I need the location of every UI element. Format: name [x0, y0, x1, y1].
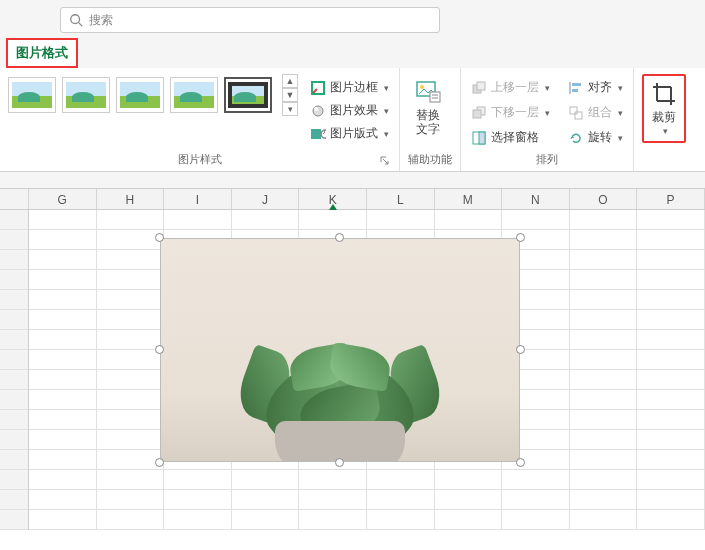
cell[interactable] [367, 490, 435, 510]
column-header[interactable]: I [164, 189, 232, 209]
cell[interactable] [299, 470, 367, 490]
cell[interactable] [29, 390, 97, 410]
gallery-down[interactable]: ▼ [282, 88, 298, 102]
cell[interactable] [97, 370, 165, 390]
style-thumb-selected[interactable] [224, 77, 272, 113]
cell[interactable] [367, 510, 435, 530]
cell[interactable] [97, 210, 165, 230]
cell[interactable] [637, 510, 705, 530]
cell[interactable] [29, 210, 97, 230]
resize-handle[interactable] [335, 233, 344, 242]
cell[interactable] [29, 510, 97, 530]
resize-handle[interactable] [516, 458, 525, 467]
cell[interactable] [637, 410, 705, 430]
cell[interactable] [637, 310, 705, 330]
cell[interactable] [232, 210, 300, 230]
cell[interactable] [570, 470, 638, 490]
cell[interactable] [29, 230, 97, 250]
resize-handle[interactable] [516, 233, 525, 242]
column-header[interactable]: M [435, 189, 503, 209]
cell[interactable] [299, 490, 367, 510]
cell[interactable] [502, 490, 570, 510]
cell[interactable] [570, 310, 638, 330]
cell[interactable] [367, 470, 435, 490]
cell[interactable] [29, 470, 97, 490]
resize-handle[interactable] [335, 458, 344, 467]
cell[interactable] [29, 330, 97, 350]
cell[interactable] [570, 270, 638, 290]
cell[interactable] [164, 510, 232, 530]
cell[interactable] [97, 470, 165, 490]
cell[interactable] [367, 210, 435, 230]
cell[interactable] [29, 490, 97, 510]
cell[interactable] [570, 510, 638, 530]
cell[interactable] [570, 330, 638, 350]
search-input[interactable]: 搜索 [60, 7, 440, 33]
cell[interactable] [29, 370, 97, 390]
cell[interactable] [29, 430, 97, 450]
selection-pane-button[interactable]: 选择窗格 [469, 128, 552, 147]
cell[interactable] [97, 270, 165, 290]
cell[interactable] [637, 250, 705, 270]
column-header[interactable]: K [299, 189, 367, 209]
style-thumb[interactable] [170, 77, 218, 113]
cell[interactable] [637, 450, 705, 470]
cell[interactable] [97, 450, 165, 470]
cell[interactable] [637, 210, 705, 230]
cell[interactable] [570, 390, 638, 410]
cell[interactable] [570, 230, 638, 250]
spreadsheet-grid[interactable]: GHIJKLMNOP [0, 188, 705, 550]
cell[interactable] [637, 490, 705, 510]
cell[interactable] [435, 490, 503, 510]
picture-border-button[interactable]: 图片边框▾ [308, 78, 391, 97]
cell[interactable] [232, 510, 300, 530]
style-thumb[interactable] [8, 77, 56, 113]
cell[interactable] [637, 430, 705, 450]
cell[interactable] [637, 390, 705, 410]
cell[interactable] [97, 430, 165, 450]
cell[interactable] [570, 250, 638, 270]
cell[interactable] [502, 510, 570, 530]
cell[interactable] [637, 230, 705, 250]
picture-layout-button[interactable]: 图片版式▾ [308, 124, 391, 143]
cell[interactable] [97, 250, 165, 270]
cell[interactable] [502, 210, 570, 230]
cell[interactable] [97, 390, 165, 410]
cell[interactable] [97, 230, 165, 250]
cell[interactable] [29, 250, 97, 270]
cell[interactable] [97, 310, 165, 330]
cell[interactable] [29, 310, 97, 330]
cell[interactable] [570, 430, 638, 450]
cell[interactable] [232, 470, 300, 490]
resize-handle[interactable] [155, 233, 164, 242]
cell[interactable] [97, 510, 165, 530]
cell[interactable] [570, 290, 638, 310]
rotate-button[interactable]: 旋转▾ [566, 128, 625, 147]
cell[interactable] [29, 270, 97, 290]
cell[interactable] [29, 410, 97, 430]
dialog-launcher-icon[interactable] [379, 155, 391, 167]
inserted-image[interactable] [160, 238, 520, 462]
resize-handle[interactable] [155, 458, 164, 467]
cell[interactable] [29, 290, 97, 310]
cell[interactable] [164, 210, 232, 230]
style-thumb[interactable] [62, 77, 110, 113]
tab-picture-format[interactable]: 图片格式 [6, 38, 78, 68]
cell[interactable] [637, 470, 705, 490]
resize-handle[interactable] [155, 345, 164, 354]
cell[interactable] [570, 490, 638, 510]
cell[interactable] [637, 330, 705, 350]
crop-button[interactable]: 裁剪 ▾ [642, 74, 686, 143]
cell[interactable] [570, 210, 638, 230]
cell[interactable] [502, 470, 570, 490]
cell[interactable] [637, 270, 705, 290]
cell[interactable] [299, 510, 367, 530]
gallery-more[interactable]: ▾ [282, 102, 298, 116]
cell[interactable] [435, 470, 503, 490]
picture-effects-button[interactable]: 图片效果▾ [308, 101, 391, 120]
cell[interactable] [29, 450, 97, 470]
cell[interactable] [97, 490, 165, 510]
cell[interactable] [164, 470, 232, 490]
cell[interactable] [570, 370, 638, 390]
column-header[interactable]: H [97, 189, 165, 209]
